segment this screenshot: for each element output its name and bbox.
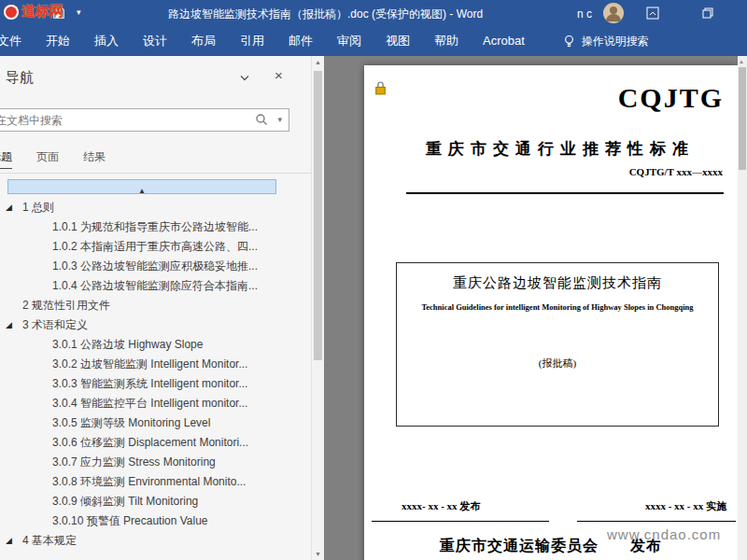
ribbon-tab-邮件[interactable]: 邮件 — [276, 26, 325, 56]
implement-underline — [577, 521, 736, 522]
collapse-triangle-icon[interactable]: ◢ — [6, 198, 12, 217]
nav-tab-strip: 标题页面结果 — [0, 149, 106, 169]
document-scrollbar-thumb[interactable] — [739, 67, 746, 170]
ribbon-display-options-icon[interactable] — [646, 7, 659, 20]
ribbon-tab-审阅[interactable]: 审阅 — [325, 26, 374, 56]
nav-heading-label: 3 术语和定义 — [22, 318, 88, 331]
nav-tab-结果[interactable]: 结果 — [83, 149, 106, 169]
selected-heading-marker: ▲ — [138, 187, 146, 195]
document-title: 重庆公路边坡智能监测技术指南 — [397, 274, 718, 292]
nav-heading-label: 2 规范性引用文件 — [22, 299, 110, 312]
chevron-down-icon[interactable] — [239, 75, 250, 82]
nav-heading-label: 3.0.3 智能监测系统 Intelligent monitor... — [52, 377, 247, 390]
watermark-logo-text: 道标网 — [21, 3, 63, 21]
nav-heading-item[interactable]: 3.0.10 预警值 Precaution Value — [0, 511, 308, 531]
nav-tab-页面[interactable]: 页面 — [36, 149, 59, 169]
nav-heading-label: 1 总则 — [22, 201, 54, 214]
quick-access-dropdown-icon[interactable]: ▾ — [77, 8, 81, 17]
nav-heading-label: 1.0.2 本指南适用于重庆市高速公路、四... — [52, 240, 258, 253]
publish-underline — [372, 521, 549, 522]
nav-scrollbar[interactable]: ▲ ▼ — [311, 56, 324, 560]
nav-heading-item[interactable]: 3.0.1 公路边坡 Highway Slope — [0, 335, 308, 355]
document-scrollbar[interactable]: ▲ — [738, 56, 747, 560]
ribbon-tab-插入[interactable]: 插入 — [82, 26, 131, 56]
header-rule — [406, 192, 724, 194]
implement-date: xxxx - xx - xx 实施 — [645, 499, 726, 513]
search-input[interactable] — [0, 109, 242, 131]
ribbon-tab-文件[interactable]: 文件 — [0, 26, 34, 56]
standard-code: CQJTG — [618, 82, 724, 114]
document-title-english: Technical Guidelines for intelligent Mon… — [404, 302, 711, 313]
nav-tab-标题[interactable]: 标题 — [0, 149, 12, 169]
nav-heading-tree: ◢1 总则1.0.1 为规范和指导重庆市公路边坡智能...1.0.2 本指南适用… — [0, 198, 308, 551]
nav-heading-item[interactable]: 1.0.3 公路边坡智能监测应积极稳妥地推... — [0, 257, 308, 276]
collapse-triangle-icon[interactable]: ◢ — [6, 531, 12, 551]
search-icon[interactable] — [255, 113, 268, 126]
nav-heading-label: 3.0.1 公路边坡 Highway Slope — [52, 338, 203, 351]
nav-heading-label: 3.0.4 智能监控平台 Intelligent monitor... — [52, 397, 247, 410]
user-name[interactable]: n c — [577, 7, 592, 21]
tell-me-label: 操作说明搜索 — [582, 34, 649, 49]
nav-heading-item[interactable]: 2 规范性引用文件 — [0, 296, 308, 315]
ribbon-tab-Acrobat[interactable]: Acrobat — [471, 26, 537, 56]
ribbon-tab-引用[interactable]: 引用 — [228, 26, 276, 56]
ribbon-tab-帮助[interactable]: 帮助 — [422, 26, 471, 56]
nav-heading-item[interactable]: 3.0.8 环境监测 Environmental Monito... — [0, 472, 308, 492]
word-window: ▾ 路边坡智能监测技术指南（报批稿）.doc (受保护的视图) - Word n… — [0, 0, 747, 560]
nav-heading-label: 1.0.1 为规范和指导重庆市公路边坡智能... — [52, 220, 258, 233]
scroll-up-icon[interactable]: ▲ — [315, 59, 321, 65]
nav-heading-item[interactable]: 3.0.7 应力监测 Stress Monitoring — [0, 453, 308, 472]
nav-heading-label: 3.0.5 监测等级 Monitoring Level — [52, 416, 210, 429]
standard-category-title: 重庆市交通行业推荐性标准 — [392, 138, 728, 160]
protected-lock-icon — [374, 80, 388, 96]
nav-heading-label: 3.0.7 应力监测 Stress Monitoring — [52, 455, 216, 469]
user-avatar[interactable] — [603, 3, 624, 23]
ribbon-tab-开始[interactable]: 开始 — [34, 26, 82, 56]
doc-scroll-up-icon[interactable]: ▲ — [739, 59, 744, 64]
nav-heading-label: 3.0.2 边坡智能监测 Intelligent Monitor... — [52, 357, 247, 371]
nav-heading-item[interactable]: 3.0.3 智能监测系统 Intelligent monitor... — [0, 374, 308, 394]
publish-date: xxxx- xx - xx 发布 — [402, 499, 480, 513]
tell-me-search[interactable]: 操作说明搜索 — [563, 34, 649, 49]
nav-heading-item[interactable]: 3.0.2 边坡智能监测 Intelligent Monitor... — [0, 355, 308, 374]
close-pane-icon[interactable]: × — [275, 67, 283, 83]
nav-heading-item[interactable]: 1.0.2 本指南适用于重庆市高速公路、四... — [0, 237, 308, 257]
nav-heading-label: 4 基本规定 — [22, 534, 77, 547]
nav-heading-item[interactable]: 3.0.6 位移监测 Displacement Monitori... — [0, 433, 308, 453]
nav-heading-item[interactable]: ◢3 术语和定义 — [0, 315, 308, 335]
nav-heading-item[interactable]: 3.0.4 智能监控平台 Intelligent monitor... — [0, 394, 308, 413]
navigation-pane-title: 导航 — [6, 69, 34, 87]
restore-window-icon[interactable] — [702, 7, 713, 19]
collapse-triangle-icon[interactable]: ◢ — [6, 315, 12, 335]
nav-heading-item[interactable]: 3.0.9 倾斜监测 Tilt Monitoring — [0, 492, 308, 511]
ribbon-tab-布局[interactable]: 布局 — [179, 26, 228, 56]
watermark-site-url: www.cndao.com — [607, 526, 721, 542]
document-page[interactable]: CQJTG 重庆市交通行业推荐性标准 CQJTG/T xxx—xxxx 重庆公路… — [364, 65, 738, 560]
logo-icon — [4, 5, 19, 20]
standard-number: CQJTG/T xxx—xxxx — [629, 166, 723, 177]
nav-heading-item[interactable]: 3.0.5 监测等级 Monitoring Level — [0, 413, 308, 433]
lightbulb-icon — [563, 35, 575, 49]
nav-heading-item[interactable]: 1.0.4 公路边坡智能监测除应符合本指南... — [0, 276, 308, 296]
scroll-down-icon[interactable]: ▼ — [315, 551, 321, 557]
nav-heading-label: 3.0.9 倾斜监测 Tilt Monitoring — [52, 495, 198, 508]
nav-heading-item[interactable]: 1.0.1 为规范和指导重庆市公路边坡智能... — [0, 217, 308, 237]
nav-heading-item[interactable]: ◢1 总则 — [0, 198, 308, 217]
nav-tabs-divider — [0, 173, 311, 174]
search-dropdown-icon[interactable]: ▾ — [277, 116, 282, 124]
nav-heading-label: 3.0.8 环境监测 Environmental Monito... — [52, 475, 246, 488]
draft-note: (报批稿) — [397, 357, 718, 371]
title-bar: ▾ 路边坡智能监测技术指南（报批稿）.doc (受保护的视图) - Word n… — [0, 0, 747, 26]
nav-heading-label: 1.0.4 公路边坡智能监测除应符合本指南... — [52, 279, 258, 292]
selected-heading-highlight[interactable]: ▲ — [7, 179, 276, 194]
nav-scrollbar-thumb[interactable] — [314, 71, 322, 360]
document-title-box: 重庆公路边坡智能监测技术指南 Technical Guidelines for … — [396, 262, 719, 427]
ribbon-tab-视图[interactable]: 视图 — [374, 26, 422, 56]
nav-heading-label: 1.0.3 公路边坡智能监测应积极稳妥地推... — [52, 259, 258, 273]
nav-heading-item[interactable]: ◢4 基本规定 — [0, 531, 308, 551]
watermark-logo: 道标网 — [4, 3, 63, 21]
ribbon-tab-bar: 文件开始插入设计布局引用邮件审阅视图帮助Acrobat 操作说明搜索 — [0, 26, 747, 56]
navigation-pane: 导航 × ▾ 标题页面结果 ▲ ◢1 总则1.0.1 为规范和指 — [0, 56, 324, 560]
nav-search-box: ▾ — [0, 108, 289, 132]
ribbon-tab-设计[interactable]: 设计 — [131, 26, 179, 56]
